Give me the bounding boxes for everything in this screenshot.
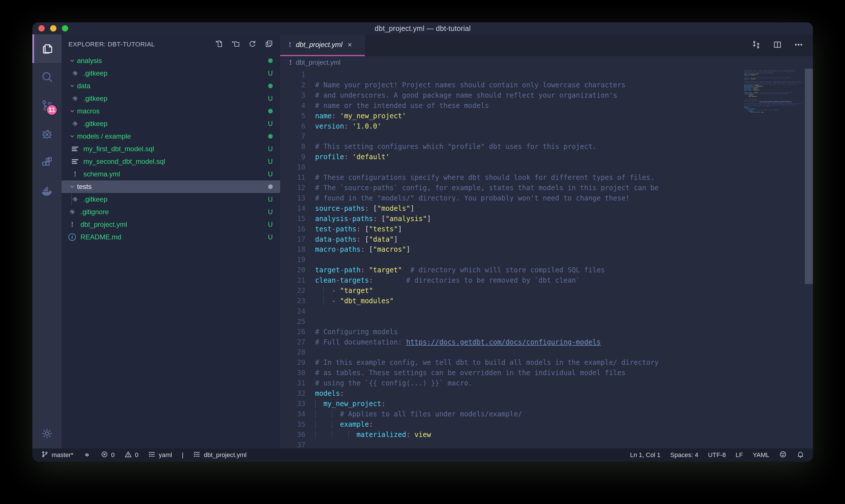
status-warnings[interactable]: 0: [124, 450, 138, 460]
status-indentation[interactable]: Spaces: 4: [670, 451, 698, 459]
activity-item-extensions[interactable]: [32, 149, 61, 178]
line-number: 14: [280, 204, 305, 214]
status-feedback[interactable]: [779, 450, 787, 460]
status-linter-yaml[interactable]: yaml: [148, 450, 172, 460]
code-line: 12# The `source-paths` config, for examp…: [280, 183, 741, 193]
status-publish-changes[interactable]: [83, 450, 91, 460]
breadcrumb[interactable]: ! dbt_project.yml: [280, 56, 813, 69]
line-content: # These configurations specify where dbt…: [305, 173, 654, 183]
code-line: 10: [280, 162, 741, 173]
tree-file--gitkeep[interactable]: .gitkeepU: [61, 118, 280, 130]
line-content: example:: [305, 419, 373, 430]
tree-folder-data[interactable]: data: [61, 79, 280, 92]
activity-item-settings[interactable]: [32, 420, 61, 448]
code-editor[interactable]: 12# Name your project! Project names sho…: [280, 69, 813, 448]
git-modified-dot: [268, 184, 273, 189]
line-content: [305, 70, 315, 80]
git-file-icon: [68, 208, 76, 216]
tree-item-label: my_second_dbt_model.sql: [83, 158, 165, 165]
status-eol[interactable]: LF: [736, 451, 743, 459]
line-number: 20: [280, 265, 305, 275]
line-content: [305, 440, 315, 448]
git-file-icon: [71, 94, 79, 103]
line-number: 21: [280, 275, 305, 286]
activity-item-search[interactable]: [32, 63, 61, 92]
code-line: 1: [280, 70, 741, 80]
tree-folder-models-example[interactable]: models / example: [61, 130, 280, 143]
line-content: [305, 162, 315, 173]
tree-file-my-first-dbt-model-sql[interactable]: my_first_dbt_model.sqlU: [61, 143, 280, 155]
line-content: materialized: view: [742, 111, 763, 113]
code-line: 26# Configuring models: [280, 327, 741, 337]
more-actions-button[interactable]: [794, 40, 803, 50]
refresh-explorer-button[interactable]: [248, 39, 257, 49]
code-line: 3# and underscores. A good package name …: [280, 90, 741, 101]
line-number: 18: [280, 245, 305, 255]
line-number: 29: [280, 358, 305, 368]
status-cursor-position[interactable]: Ln 1, Col 1: [630, 451, 660, 459]
chevron-down-icon: [67, 58, 77, 64]
tree-file--gitkeep[interactable]: .gitkeepU: [61, 67, 280, 79]
doc-link[interactable]: https://docs.getdbt.com/docs/configuring…: [759, 101, 792, 102]
vscode-window: dbt_project.yml — dbt-tutorial 11 EXPLOR…: [32, 22, 813, 462]
minimap[interactable]: # Name your project! Project names shoul…: [742, 69, 804, 114]
status-bar-right: Ln 1, Col 1Spaces: 4UTF-8LFYAML: [630, 450, 804, 460]
tree-folder-macros[interactable]: macros: [61, 105, 280, 118]
status-eol-label: LF: [736, 451, 743, 459]
git-untracked-badge: U: [268, 208, 273, 216]
tree-file-my-second-dbt-model-sql[interactable]: my_second_dbt_model.sqlU: [61, 155, 280, 168]
tree-file-dbt-project-yml[interactable]: !dbt_project.ymlU: [61, 218, 280, 231]
status-linter-file-label: dbt_project.yml: [204, 451, 246, 459]
status-language-mode[interactable]: YAML: [753, 451, 769, 459]
activity-item-run-and-debug[interactable]: [32, 120, 61, 149]
line-number: 23: [280, 296, 305, 306]
code-line: 4# name or the intended use of these mod…: [280, 101, 741, 111]
tree-folder-analysis[interactable]: analysis: [61, 54, 280, 67]
activity-item-source-control[interactable]: 11: [32, 92, 61, 120]
debug-icon: [40, 127, 54, 142]
status-encoding[interactable]: UTF-8: [708, 451, 726, 459]
tree-file-schema-yml[interactable]: !schema.ymlU: [61, 168, 280, 180]
close-tab-icon[interactable]: ×: [347, 40, 352, 49]
new-folder-button[interactable]: [231, 39, 240, 49]
breadcrumb-file[interactable]: dbt_project.yml: [296, 59, 341, 67]
line-number: 30: [280, 368, 305, 378]
open-changes-button[interactable]: [752, 40, 761, 50]
tree-file--gitignore[interactable]: .gitignoreU: [61, 205, 280, 218]
yaml-file-icon: !: [71, 170, 79, 178]
vertical-scrollbar[interactable]: [805, 69, 813, 284]
tab-dbt-project-yml[interactable]: ! dbt_project.yml ×: [280, 34, 365, 56]
split-editor-button[interactable]: [773, 40, 782, 50]
code-line: 34 # Applies to all files under models/e…: [280, 409, 741, 419]
line-number: 27: [280, 337, 305, 348]
status-indentation-label: Spaces: 4: [670, 451, 698, 459]
activity-item-explorer[interactable]: [32, 34, 61, 63]
status-git-branch[interactable]: master*: [41, 450, 73, 460]
line-content: # Full documentation: https://docs.getdb…: [305, 337, 601, 348]
code-area[interactable]: 12# Name your project! Project names sho…: [280, 69, 741, 448]
git-untracked-badge: U: [268, 158, 273, 165]
status-linter-file[interactable]: dbt_project.yml: [193, 450, 246, 460]
code-line: 7: [280, 131, 741, 142]
tree-folder-tests[interactable]: tests: [61, 180, 280, 193]
line-content: materialized: view: [305, 430, 431, 440]
code-line: 21clean-targets: # directories to be rem…: [280, 275, 741, 286]
status-notifications[interactable]: [796, 450, 804, 460]
status-errors[interactable]: 0: [101, 450, 114, 460]
line-number: 12: [280, 183, 305, 193]
new-file-button[interactable]: [215, 39, 223, 49]
collapse-folders-button[interactable]: [265, 39, 273, 49]
tree-file--gitkeep[interactable]: .gitkeepU: [61, 92, 280, 105]
line-content: macro-paths: ["macros"]: [742, 89, 760, 91]
activity-item-docker[interactable]: [32, 178, 61, 206]
tab-label: dbt_project.yml: [296, 41, 343, 49]
line-content: [305, 347, 315, 358]
line-content: my_new_project:: [305, 399, 385, 409]
code-line: 37: [280, 440, 741, 448]
doc-link[interactable]: https://docs.getdbt.com/docs/configuring…: [406, 338, 601, 346]
code-line: [742, 113, 804, 114]
tree-file-readme-md[interactable]: iREADME.mdU: [61, 231, 280, 244]
checklist-icon: [193, 450, 201, 460]
status-warnings-label: 0: [135, 451, 138, 459]
tree-file--gitkeep[interactable]: .gitkeepU: [61, 193, 280, 205]
